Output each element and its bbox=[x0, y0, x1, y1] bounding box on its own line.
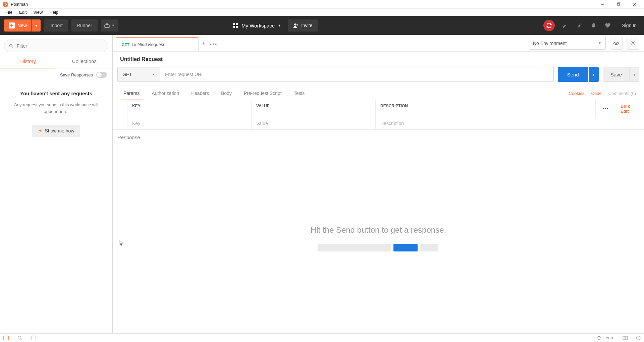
satellite-icon[interactable] bbox=[562, 22, 569, 29]
skeleton-bar bbox=[318, 244, 391, 251]
two-pane-icon[interactable] bbox=[623, 336, 628, 340]
close-icon[interactable] bbox=[631, 1, 638, 8]
environment-select[interactable]: No Environment ▼ bbox=[529, 37, 606, 50]
params-row[interactable]: Key Value Description bbox=[113, 117, 644, 129]
menu-help[interactable]: Help bbox=[46, 9, 62, 15]
eye-icon bbox=[613, 41, 619, 45]
request-section-tabs: Params Authorization Headers Body Pre-re… bbox=[113, 87, 644, 100]
send-label: Send bbox=[567, 72, 579, 77]
response-empty-message: Hit the Send button to get a response. bbox=[311, 225, 446, 235]
col-key: KEY bbox=[127, 100, 252, 117]
svg-rect-7 bbox=[233, 23, 235, 25]
workspace-label: My Workspace bbox=[241, 23, 275, 28]
row-key-input[interactable]: Key bbox=[127, 117, 252, 129]
bulb-icon bbox=[597, 336, 601, 340]
find-icon[interactable] bbox=[17, 336, 22, 340]
svg-point-17 bbox=[632, 42, 634, 44]
row-value-input[interactable]: Value bbox=[252, 117, 376, 129]
main-toolbar: + New ▼ Import Runner ▼ My Workspace ▼ I… bbox=[0, 16, 644, 35]
sync-button[interactable] bbox=[543, 20, 555, 31]
empty-history-state: You haven't sent any requests Any reques… bbox=[0, 80, 112, 137]
method-select[interactable]: GET ▼ bbox=[117, 67, 160, 82]
menu-view[interactable]: View bbox=[30, 9, 46, 15]
invite-label: Invite bbox=[301, 23, 312, 28]
show-me-how-label: Show me how bbox=[45, 128, 74, 133]
invite-icon bbox=[293, 23, 299, 28]
bulk-edit-button[interactable]: Bulk Edit bbox=[616, 100, 644, 117]
row-checkbox[interactable] bbox=[113, 117, 127, 129]
send-caret[interactable]: ▼ bbox=[589, 67, 599, 82]
request-tab[interactable]: GET Untitled Request bbox=[116, 37, 199, 51]
tab-collections[interactable]: Collections bbox=[56, 55, 113, 68]
show-me-how-button[interactable]: ✦ Show me how bbox=[32, 125, 80, 137]
tab-overflow-button[interactable]: ••• bbox=[209, 37, 219, 51]
window-controls bbox=[599, 1, 641, 8]
tab-tests[interactable]: Tests bbox=[288, 87, 311, 100]
svg-rect-8 bbox=[236, 23, 238, 25]
save-caret[interactable]: ▼ bbox=[630, 67, 639, 82]
tab-method-badge: GET bbox=[122, 43, 129, 47]
chevron-down-icon: ▼ bbox=[152, 73, 155, 76]
response-label: Response bbox=[113, 130, 644, 143]
svg-text:?: ? bbox=[637, 336, 639, 340]
environment-quicklook-button[interactable] bbox=[610, 37, 623, 50]
save-responses-toggle[interactable] bbox=[96, 72, 107, 78]
import-button[interactable]: Import bbox=[44, 19, 68, 32]
save-button[interactable]: Save bbox=[603, 67, 630, 82]
response-body: Hit the Send button to get a response. bbox=[113, 143, 644, 333]
params-table: KEY VALUE DESCRIPTION ••• Bulk Edit Key … bbox=[113, 100, 644, 130]
chevron-down-icon: ▼ bbox=[598, 41, 601, 45]
heart-icon[interactable] bbox=[604, 22, 611, 29]
svg-rect-1 bbox=[617, 3, 620, 6]
plus-icon: + bbox=[9, 22, 15, 28]
capture-icon bbox=[104, 23, 110, 28]
sidebar-toggle-icon[interactable] bbox=[3, 336, 9, 340]
bell-icon[interactable] bbox=[590, 22, 597, 29]
svg-rect-5 bbox=[105, 25, 109, 27]
tab-prerequest[interactable]: Pre-request Script bbox=[238, 87, 288, 100]
maximize-icon[interactable] bbox=[615, 1, 622, 8]
svg-rect-27 bbox=[626, 336, 628, 340]
filter-field[interactable] bbox=[17, 43, 103, 49]
menu-file[interactable]: File bbox=[2, 9, 16, 15]
tab-body[interactable]: Body bbox=[215, 87, 238, 100]
minimize-icon[interactable] bbox=[599, 1, 606, 8]
link-code[interactable]: Code bbox=[588, 91, 605, 96]
svg-rect-22 bbox=[31, 336, 36, 340]
send-button[interactable]: Send bbox=[558, 67, 588, 82]
wrench-icon[interactable] bbox=[576, 22, 583, 29]
link-cookies[interactable]: Cookies bbox=[566, 91, 588, 96]
settings-button[interactable] bbox=[627, 37, 639, 50]
learn-link[interactable]: Learn bbox=[597, 335, 614, 340]
link-comments[interactable]: Comments (0) bbox=[605, 91, 639, 96]
request-tab-bar: GET Untitled Request + ••• No Environmen… bbox=[113, 35, 644, 52]
help-icon[interactable]: ? bbox=[636, 336, 641, 340]
request-name[interactable]: Untitled Request bbox=[113, 52, 644, 66]
invite-button[interactable]: Invite bbox=[288, 19, 318, 32]
tab-history[interactable]: History bbox=[0, 55, 56, 68]
url-input[interactable] bbox=[165, 67, 549, 81]
runner-button[interactable]: Runner bbox=[71, 19, 98, 32]
menu-edit[interactable]: Edit bbox=[16, 9, 30, 15]
signin-button[interactable]: Sign In bbox=[619, 23, 640, 28]
console-icon[interactable] bbox=[31, 336, 36, 340]
col-checkbox bbox=[113, 100, 127, 117]
new-tab-button[interactable]: + bbox=[199, 37, 209, 51]
col-actions[interactable]: ••• bbox=[596, 100, 616, 117]
tab-headers[interactable]: Headers bbox=[185, 87, 215, 100]
new-button-caret[interactable]: ▼ bbox=[32, 19, 41, 32]
filter-input[interactable] bbox=[4, 40, 108, 52]
runner-label: Runner bbox=[77, 23, 92, 28]
save-responses-label: Save Responses bbox=[60, 72, 93, 77]
skeleton-bar bbox=[420, 244, 438, 251]
capture-button[interactable]: ▼ bbox=[101, 19, 118, 32]
svg-rect-2 bbox=[618, 3, 620, 5]
tab-params[interactable]: Params bbox=[117, 87, 146, 100]
new-button[interactable]: + New bbox=[4, 19, 32, 32]
row-desc-input[interactable]: Description bbox=[376, 117, 644, 129]
workspace-switcher[interactable]: My Workspace ▼ bbox=[231, 19, 283, 32]
svg-line-15 bbox=[12, 47, 13, 48]
svg-point-24 bbox=[598, 336, 600, 339]
new-button-label: New bbox=[17, 23, 27, 28]
tab-authorization[interactable]: Authorization bbox=[146, 87, 185, 100]
